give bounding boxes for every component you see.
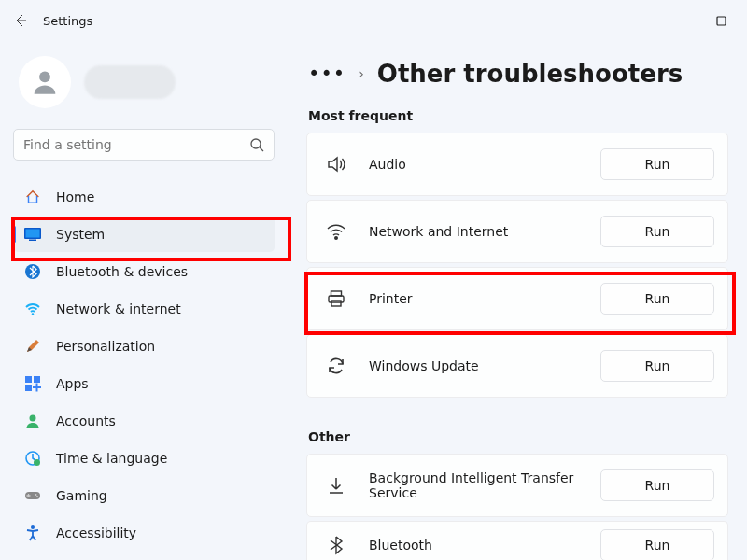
wifi-icon bbox=[24, 301, 41, 317]
breadcrumb-more[interactable]: ••• bbox=[308, 63, 345, 85]
apps-icon bbox=[24, 375, 41, 392]
section-label-other: Other bbox=[308, 429, 738, 444]
download-icon bbox=[326, 475, 346, 496]
nav-label: System bbox=[56, 227, 105, 242]
nav-item-personalization[interactable]: Personalization bbox=[13, 329, 275, 364]
svg-point-3 bbox=[251, 139, 261, 148]
search-input[interactable] bbox=[23, 137, 249, 152]
chevron-right-icon: › bbox=[359, 66, 364, 81]
troubleshooter-card-network[interactable]: Network and Internet Run bbox=[306, 200, 728, 263]
troubleshooter-card-printer[interactable]: Printer Run bbox=[306, 267, 728, 330]
nav-item-bluetooth[interactable]: Bluetooth & devices bbox=[13, 254, 275, 289]
run-button[interactable]: Run bbox=[600, 283, 714, 315]
svg-point-15 bbox=[34, 459, 40, 466]
svg-point-17 bbox=[35, 494, 37, 496]
search-icon bbox=[249, 137, 264, 152]
troubleshooter-label: Windows Update bbox=[369, 358, 600, 373]
avatar bbox=[19, 56, 71, 108]
nav-label: Gaming bbox=[56, 488, 107, 503]
minimize-icon bbox=[675, 16, 685, 26]
troubleshooter-label: Printer bbox=[369, 291, 600, 306]
run-button[interactable]: Run bbox=[600, 529, 714, 561]
nav-label: Personalization bbox=[56, 339, 155, 354]
run-button[interactable]: Run bbox=[600, 350, 714, 382]
bluetooth-icon bbox=[24, 263, 41, 280]
nav-label: Apps bbox=[56, 376, 89, 391]
maximize-button[interactable] bbox=[700, 6, 741, 35]
svg-rect-1 bbox=[717, 17, 726, 25]
svg-point-2 bbox=[39, 71, 50, 82]
troubleshooter-card-bluetooth[interactable]: Bluetooth Run bbox=[306, 521, 728, 560]
run-button[interactable]: Run bbox=[600, 148, 714, 180]
nav: Home System Bluetooth & devices Network … bbox=[13, 179, 282, 551]
svg-rect-21 bbox=[331, 291, 342, 296]
nav-item-time-language[interactable]: Time & language bbox=[13, 441, 275, 476]
nav-item-home[interactable]: Home bbox=[13, 179, 275, 215]
search-box[interactable] bbox=[13, 129, 275, 161]
run-button[interactable]: Run bbox=[600, 216, 714, 247]
svg-rect-23 bbox=[331, 301, 341, 306]
troubleshooter-label: Network and Internet bbox=[369, 224, 600, 239]
svg-rect-7 bbox=[29, 240, 36, 242]
sidebar: Home System Bluetooth & devices Network … bbox=[0, 41, 289, 560]
audio-icon bbox=[326, 154, 346, 175]
svg-point-18 bbox=[36, 496, 38, 497]
nav-label: Home bbox=[56, 189, 94, 204]
nav-label: Time & language bbox=[56, 451, 167, 466]
troubleshooter-label: Background Intelligent Transfer Service bbox=[369, 470, 600, 500]
nav-item-gaming[interactable]: Gaming bbox=[13, 478, 275, 513]
arrow-left-icon bbox=[13, 13, 28, 28]
nav-item-system[interactable]: System bbox=[13, 217, 275, 252]
nav-item-accounts[interactable]: Accounts bbox=[13, 403, 275, 439]
section-label-most-frequent: Most frequent bbox=[308, 108, 738, 123]
nav-label: Network & internet bbox=[56, 301, 181, 316]
profile-name-redacted bbox=[84, 65, 176, 99]
svg-point-9 bbox=[32, 313, 34, 315]
bluetooth-icon bbox=[326, 535, 346, 555]
troubleshooter-card-bits[interactable]: Background Intelligent Transfer Service … bbox=[306, 454, 728, 517]
profile[interactable] bbox=[19, 56, 282, 108]
nav-label: Accessibility bbox=[56, 525, 136, 540]
svg-point-20 bbox=[335, 237, 338, 240]
other-list: Background Intelligent Transfer Service … bbox=[306, 454, 738, 560]
minimize-button[interactable] bbox=[659, 6, 700, 35]
paintbrush-icon bbox=[24, 338, 41, 355]
nav-label: Accounts bbox=[56, 413, 116, 428]
troubleshooter-card-windows-update[interactable]: Windows Update Run bbox=[306, 334, 728, 398]
nav-item-network[interactable]: Network & internet bbox=[13, 291, 275, 327]
troubleshooter-label: Bluetooth bbox=[369, 538, 600, 553]
window-controls bbox=[659, 6, 741, 35]
accounts-icon bbox=[24, 413, 41, 429]
window-title: Settings bbox=[43, 14, 92, 28]
titlebar: Settings bbox=[0, 0, 747, 41]
system-icon bbox=[24, 226, 41, 243]
gamepad-icon bbox=[24, 487, 41, 504]
svg-rect-6 bbox=[26, 230, 40, 238]
svg-rect-12 bbox=[25, 385, 32, 391]
svg-point-13 bbox=[30, 415, 36, 422]
home-icon bbox=[24, 189, 41, 205]
nav-item-apps[interactable]: Apps bbox=[13, 366, 275, 401]
nav-item-accessibility[interactable]: Accessibility bbox=[13, 515, 275, 551]
update-icon bbox=[326, 356, 346, 376]
svg-point-19 bbox=[31, 525, 35, 529]
troubleshooter-label: Audio bbox=[369, 157, 600, 172]
accessibility-icon bbox=[24, 525, 41, 541]
breadcrumb: ••• › Other troubleshooters bbox=[308, 60, 738, 88]
clock-globe-icon bbox=[24, 450, 41, 467]
page-title: Other troubleshooters bbox=[377, 60, 683, 88]
svg-rect-11 bbox=[34, 376, 40, 383]
printer-icon bbox=[326, 288, 346, 309]
svg-line-4 bbox=[260, 147, 263, 151]
troubleshooter-card-audio[interactable]: Audio Run bbox=[306, 133, 728, 196]
back-button[interactable] bbox=[6, 6, 35, 35]
content: ••• › Other troubleshooters Most frequen… bbox=[289, 41, 747, 560]
nav-label: Bluetooth & devices bbox=[56, 264, 188, 279]
maximize-icon bbox=[716, 16, 726, 26]
svg-rect-10 bbox=[25, 376, 32, 383]
network-icon bbox=[326, 221, 346, 242]
person-icon bbox=[29, 66, 61, 98]
run-button[interactable]: Run bbox=[600, 469, 714, 501]
most-frequent-list: Audio Run Network and Internet Run Print… bbox=[306, 133, 738, 398]
